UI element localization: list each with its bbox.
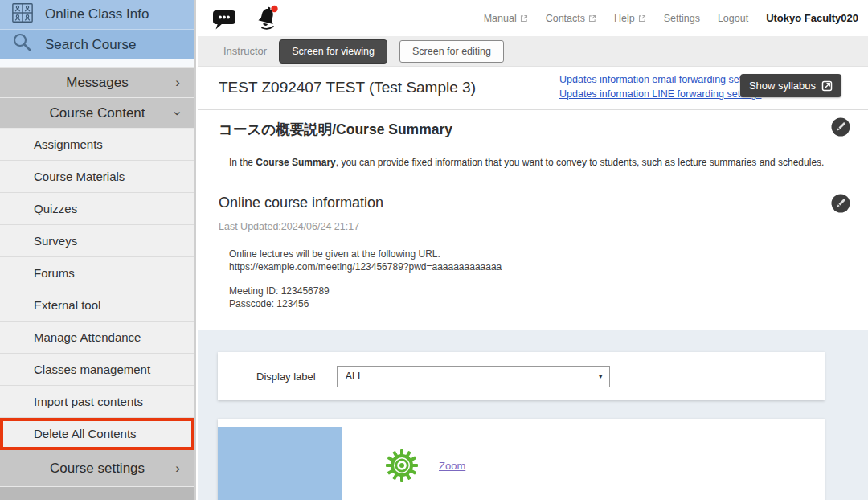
sidebar-divider [0, 59, 194, 68]
sidebar-item-manage-attendance[interactable]: Manage Attendance [0, 322, 194, 354]
show-syllabus-button[interactable]: Show syllabus [740, 74, 841, 97]
course-title-bar: TEST Z092407 TEST (Test Sample 3) Update… [198, 67, 868, 110]
meeting-id: Meeting ID: 123456789 [229, 285, 502, 297]
screen-for-editing-button[interactable]: Screen for editing [399, 40, 504, 63]
pencil-icon [831, 194, 850, 213]
line-forwarding-settings-link[interactable]: Updates information LINE forwarding sett… [559, 88, 764, 100]
online-course-info-section: Online course information Last Updated:2… [198, 186, 868, 330]
role-label: Instructor [223, 45, 267, 57]
sidebar-section-label: Course Content [49, 105, 145, 121]
select-value: ALL [346, 371, 363, 382]
edit-online-info-button[interactable] [831, 194, 850, 213]
edit-summary-button[interactable] [831, 117, 850, 137]
main-area: Manual Contacts Help Settings Logout Uto… [198, 0, 868, 500]
passcode: Passcode: 123456 [229, 297, 502, 310]
chevron-down-icon: › [175, 105, 180, 121]
chevron-right-icon: › [175, 461, 180, 477]
external-link-icon [520, 14, 528, 23]
external-link-icon [638, 14, 646, 23]
lms-app: Online Class Info Search Course Messages… [0, 0, 868, 500]
content-list-area: Display label ALL ▼ [198, 330, 868, 500]
user-name: Utokyo Faculty020 [766, 12, 858, 24]
forwarding-links: Updates information email forwarding set… [559, 74, 764, 100]
sidebar-item-surveys[interactable]: Surveys [0, 225, 194, 257]
content-item-card: Zoom [218, 419, 825, 500]
course-summary-heading: コースの概要説明/Course Summary [219, 120, 452, 139]
sidebar-item-import-past-contents[interactable]: Import past contents [0, 386, 194, 418]
sidebar-section-label: Messages [66, 75, 128, 91]
nav-link-manual[interactable]: Manual [484, 13, 528, 24]
course-summary-body: In the Course Summary, you can provide f… [229, 157, 824, 168]
nav-link-contacts[interactable]: Contacts [546, 13, 596, 24]
screen-for-viewing-button[interactable]: Screen for viewing [279, 39, 387, 64]
top-header: Manual Contacts Help Settings Logout Uto… [198, 0, 868, 36]
email-forwarding-settings-link[interactable]: Updates information email forwarding set… [559, 74, 764, 85]
sidebar-section-course-content[interactable]: Course Content › [0, 98, 194, 129]
last-updated: Last Updated:2024/06/24 21:17 [219, 221, 359, 232]
classroom-icon [11, 2, 34, 27]
sidebar-item-online-class-info[interactable]: Online Class Info [0, 0, 194, 30]
bell-icon[interactable] [256, 5, 280, 34]
nav-link-settings[interactable]: Settings [664, 13, 700, 24]
chat-bubble-icon[interactable] [212, 9, 237, 34]
sidebar-item-label: Online Class Info [45, 6, 149, 23]
meeting-url: https://example.com/meeting/123456789?pw… [229, 260, 502, 273]
spacer [229, 273, 502, 285]
nav-link-logout[interactable]: Logout [718, 13, 748, 24]
sidebar-item-quizzes[interactable]: Quizzes [0, 193, 194, 225]
gear-icon [385, 449, 419, 486]
top-nav: Manual Contacts Help Settings Logout Uto… [484, 0, 858, 36]
sidebar: Online Class Info Search Course Messages… [0, 0, 196, 500]
course-title: TEST Z092407 TEST (Test Sample 3) [219, 79, 476, 96]
online-course-info-heading: Online course information [219, 195, 383, 211]
sidebar-section-messages[interactable]: Messages › [0, 68, 194, 98]
pencil-icon [831, 117, 850, 137]
sidebar-item-delete-all-contents[interactable]: Delete All Contents [0, 418, 194, 450]
zoom-content-link[interactable]: Zoom [439, 460, 465, 472]
display-label-text: Display label [256, 371, 316, 383]
search-icon [11, 32, 34, 57]
online-info-line: Online lectures will be given at the fol… [229, 248, 502, 260]
sidebar-item-assignments[interactable]: Assignments [0, 129, 194, 161]
sidebar-item-forums[interactable]: Forums [0, 257, 194, 289]
external-link-icon [821, 80, 833, 92]
notification-dot [271, 6, 277, 12]
sidebar-item-label: Search Course [45, 37, 136, 53]
filter-card: Display label ALL ▼ [218, 352, 825, 400]
dropdown-arrow-icon[interactable]: ▼ [592, 367, 609, 387]
sidebar-item-course-materials[interactable]: Course Materials [0, 161, 194, 193]
sidebar-item-external-tool[interactable]: External tool [0, 289, 194, 322]
display-label-select[interactable]: ALL ▼ [337, 366, 610, 387]
content-thumbnail [218, 427, 342, 500]
nav-link-help[interactable]: Help [614, 13, 646, 24]
sidebar-section-label: Course settings [50, 461, 145, 477]
external-link-icon [588, 14, 596, 23]
course-summary-section: コースの概要説明/Course Summary In the Course Su… [198, 110, 868, 186]
sidebar-item-search-course[interactable]: Search Course [0, 30, 194, 59]
sidebar-item-classes-management[interactable]: Classes management [0, 354, 194, 386]
view-mode-bar: Instructor Screen for viewing Screen for… [198, 36, 868, 67]
sidebar-section-course-settings[interactable]: Course settings › [0, 450, 194, 487]
sidebar-next-section-partial [0, 487, 194, 500]
online-course-info-body: Online lectures will be given at the fol… [229, 248, 502, 310]
chevron-right-icon: › [175, 75, 180, 91]
